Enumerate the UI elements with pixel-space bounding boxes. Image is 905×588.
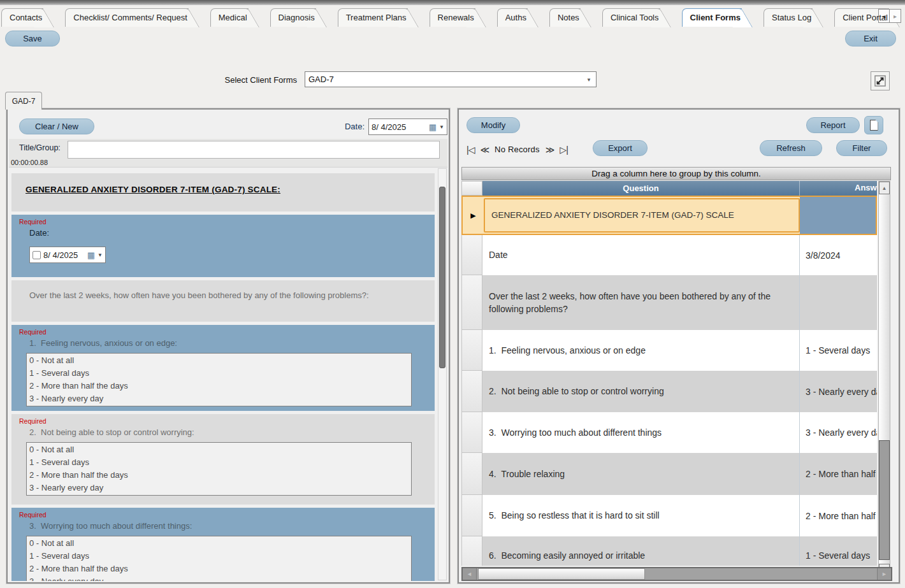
tab-gad-7-subtab[interactable]: GAD-7: [5, 92, 42, 110]
tab-label: Checklist/ Comments/ Request: [73, 13, 187, 22]
table-row[interactable]: ▶GENERALIZED ANXIETY DISORDER 7-ITEM (GA…: [461, 196, 877, 235]
print-preview-button[interactable]: [864, 116, 883, 134]
tab-status-log[interactable]: Status Log: [764, 8, 813, 27]
tab-clinical-tools[interactable]: Clinical Tools: [602, 8, 660, 27]
refresh-button[interactable]: Refresh: [760, 140, 822, 156]
table-row[interactable]: 6. Becoming easily annoyed or irritable1…: [461, 536, 877, 566]
listbox-option[interactable]: 0 - Not at all: [27, 537, 411, 550]
calendar-icon[interactable]: ▦: [87, 251, 95, 259]
filter-button[interactable]: Filter: [836, 140, 887, 156]
answer-listbox[interactable]: 0 - Not at all1 - Several days2 - More t…: [26, 536, 412, 581]
scroll-right-icon[interactable]: ►: [877, 568, 891, 580]
form-section-4: Required1. Feeling nervous, anxious or o…: [11, 325, 435, 411]
modify-button[interactable]: Modify: [467, 117, 520, 133]
table-row[interactable]: Date3/8/2024: [461, 235, 877, 275]
row-marker-cell: [461, 275, 482, 330]
last-record-icon[interactable]: ▷|: [560, 145, 567, 155]
answer-column-header-label: Answer: [855, 183, 877, 192]
row-marker-cell: [461, 330, 482, 371]
report-button[interactable]: Report: [806, 117, 860, 133]
tab-auths[interactable]: Auths: [497, 8, 528, 27]
table-row[interactable]: 4. Trouble relaxing2 - More than half th…: [461, 453, 877, 495]
required-label: Required: [19, 511, 430, 519]
export-button[interactable]: Export: [593, 140, 648, 156]
date-picker[interactable]: 8/ 4/2025 ▦ ▼: [368, 118, 447, 135]
question-label: Date:: [29, 228, 430, 238]
table-row[interactable]: 2. Not being able to stop or control wor…: [461, 371, 877, 412]
grid-vertical-scrollbar-thumb[interactable]: [879, 440, 890, 560]
next-record-icon[interactable]: ≫: [546, 145, 554, 155]
chevron-down-icon[interactable]: ▼: [586, 77, 591, 83]
answer-listbox[interactable]: 0 - Not at all1 - Several days2 - More t…: [26, 442, 412, 496]
table-row[interactable]: Over the last 2 weeks, how often have yo…: [461, 275, 877, 330]
listbox-option[interactable]: 2 - More than half the days: [27, 380, 411, 392]
tab-notes[interactable]: Notes: [549, 8, 581, 27]
previous-record-icon[interactable]: ≪: [480, 145, 489, 155]
calendar-icon[interactable]: ▦: [429, 123, 437, 131]
save-button[interactable]: Save: [5, 31, 60, 47]
listbox-option[interactable]: 0 - Not at all: [27, 354, 411, 367]
client-forms-dropdown[interactable]: GAD-7 ▼: [305, 71, 597, 87]
tab-renewals[interactable]: Renewals: [430, 8, 475, 27]
expand-button[interactable]: [871, 71, 890, 90]
row-marker-header: [461, 181, 482, 196]
tab-medical[interactable]: Medical: [210, 8, 249, 27]
listbox-option[interactable]: 0 - Not at all: [27, 443, 411, 456]
tab-scroll-right-icon[interactable]: ▸: [890, 9, 901, 23]
tab-contacts[interactable]: Contacts: [1, 8, 43, 27]
answer-cell: 3/8/2024: [800, 235, 877, 275]
title-group-label: Title/Group:: [19, 143, 61, 152]
tab-label: Auths: [505, 13, 526, 22]
question-cell: GENERALIZED ANXIETY DISORDER 7-ITEM (GAD…: [484, 198, 800, 233]
listbox-option[interactable]: 3 - Nearly every day: [27, 392, 411, 405]
first-record-icon[interactable]: |◁: [467, 145, 474, 155]
form-scrollbar[interactable]: [438, 168, 447, 580]
table-row[interactable]: 5. Being so restless that it is hard to …: [461, 495, 877, 536]
date-value: 8/ 4/2025: [372, 122, 406, 132]
answer-listbox[interactable]: 0 - Not at all1 - Several days2 - More t…: [26, 353, 412, 406]
question-column-header[interactable]: Question: [482, 181, 800, 196]
listbox-option[interactable]: 1 - Several days: [27, 550, 411, 563]
date-picker[interactable]: 8/ 4/2025▦▼: [29, 247, 106, 263]
chevron-down-icon[interactable]: ▼: [439, 124, 444, 130]
title-group-input[interactable]: [68, 141, 440, 159]
scroll-up-icon[interactable]: ▲: [879, 182, 890, 194]
grid-body: ▶GENERALIZED ANXIETY DISORDER 7-ITEM (GA…: [461, 196, 877, 566]
tab-diagnosis[interactable]: Diagnosis: [270, 8, 316, 27]
date-value: 8/ 4/2025: [43, 250, 78, 260]
table-row[interactable]: 1. Feeling nervous, anxious or on edge1 …: [461, 330, 877, 371]
listbox-option[interactable]: 3 - Nearly every day: [27, 575, 411, 581]
answer-column-header[interactable]: Answer: [800, 181, 877, 196]
question-cell: Date: [482, 235, 800, 275]
record-navigator: |◁ ≪ No Records ≫ ▷|: [467, 141, 568, 157]
grid-horizontal-scrollbar[interactable]: ◄ ►: [461, 567, 892, 581]
clear-new-button[interactable]: Clear / New: [19, 118, 94, 134]
answer-cell: 2 - More than half the days: [800, 453, 877, 495]
question-label: 3. Worrying too much about different thi…: [29, 521, 430, 531]
client-forms-dropdown-value: GAD-7: [308, 75, 334, 84]
main-tab-bar: ContactsChecklist/ Comments/ RequestMedi…: [1, 6, 877, 27]
tab-label: Status Log: [772, 13, 811, 22]
tab-treatment-plans[interactable]: Treatment Plans: [338, 8, 408, 27]
exit-button[interactable]: Exit: [845, 31, 896, 47]
listbox-option[interactable]: 1 - Several days: [27, 456, 411, 469]
listbox-option[interactable]: 2 - More than half the days: [27, 563, 411, 575]
form-scrollbar-thumb[interactable]: [439, 187, 445, 368]
chevron-down-icon[interactable]: ▼: [98, 252, 103, 258]
checkbox[interactable]: [33, 251, 41, 259]
scroll-left-icon[interactable]: ◄: [463, 568, 477, 580]
tab-client-forms[interactable]: Client Forms: [682, 8, 742, 27]
session-timer: 00:00:00.88: [11, 159, 48, 166]
group-by-drop-zone[interactable]: Drag a column here to group by this colu…: [461, 167, 891, 180]
listbox-option[interactable]: 3 - Nearly every day: [27, 482, 411, 494]
question-cell: 6. Becoming easily annoyed or irritable: [482, 536, 800, 566]
table-row[interactable]: 3. Worrying too much about different thi…: [461, 412, 877, 453]
grid-horizontal-scrollbar-thumb[interactable]: [478, 568, 645, 580]
row-marker-cell: [461, 453, 482, 495]
tab-label: Clinical Tools: [611, 13, 659, 22]
listbox-option[interactable]: 1 - Several days: [27, 367, 411, 380]
grid-vertical-scrollbar[interactable]: ▲ ▼: [878, 181, 890, 577]
tab-checklist-comments-request[interactable]: Checklist/ Comments/ Request: [65, 8, 188, 27]
listbox-option[interactable]: 2 - More than half the days: [27, 469, 411, 482]
row-marker-cell: [461, 371, 482, 412]
